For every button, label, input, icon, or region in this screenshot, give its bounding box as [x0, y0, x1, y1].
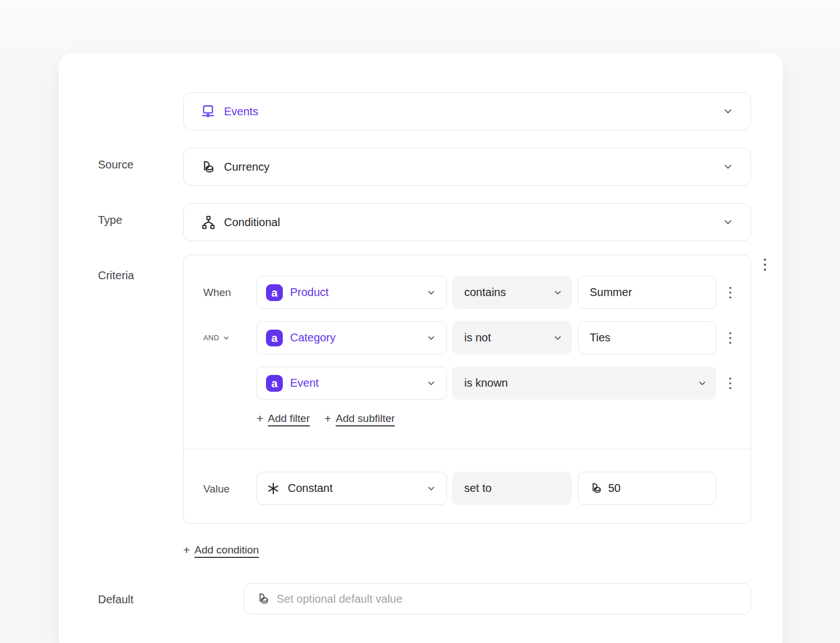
filter-row-menu-button[interactable]	[722, 321, 738, 354]
chevron-down-icon	[722, 161, 734, 172]
property-select-category[interactable]: a Category	[256, 321, 447, 354]
default-value-input[interactable]	[270, 584, 739, 614]
value-amount-input[interactable]	[603, 472, 708, 504]
criteria-select[interactable]: Conditional	[183, 203, 751, 241]
value-label: Value	[203, 483, 230, 495]
events-node-icon	[200, 104, 216, 119]
criteria-value: Conditional	[224, 216, 280, 229]
filter-row-menu-button[interactable]	[722, 367, 738, 400]
chevron-down-icon	[222, 334, 230, 342]
type-label: Type	[98, 214, 122, 226]
add-subfilter-button[interactable]: + Add subfilter	[324, 412, 395, 425]
add-condition-button[interactable]: + Add condition	[183, 543, 259, 557]
source-label: Source	[98, 159, 133, 170]
filter-links-row: + Add filter + Add subfilter	[256, 412, 395, 425]
config-card: Source Events Type	[59, 53, 783, 643]
operator-value: is known	[464, 377, 508, 389]
chevron-down-icon	[697, 378, 707, 388]
value-operator-field: set to	[452, 472, 572, 505]
attribute-badge-icon: a	[266, 375, 283, 392]
property-select-event[interactable]: a Event	[256, 367, 447, 400]
filter-row: When a Product contains	[184, 276, 750, 309]
type-value: Currency	[224, 161, 269, 173]
chevron-down-icon	[426, 484, 436, 494]
conditional-branch-icon	[200, 215, 216, 230]
type-select[interactable]: Currency	[183, 148, 751, 186]
operator-select-contains[interactable]: contains	[452, 276, 572, 309]
property-value: Category	[290, 331, 335, 344]
currency-coins-icon	[256, 592, 270, 606]
add-filter-button[interactable]: + Add filter	[256, 412, 310, 425]
operator-select-is-not[interactable]: is not	[452, 321, 572, 354]
kebab-menu-icon	[726, 377, 735, 390]
filter-value-input[interactable]	[582, 322, 707, 354]
chevron-down-icon	[722, 106, 734, 117]
value-operator: set to	[464, 482, 492, 495]
chevron-down-icon	[722, 217, 734, 228]
plus-icon: +	[324, 412, 331, 425]
divider	[184, 449, 750, 449]
constant-asterisk-icon	[266, 481, 281, 496]
property-select-product[interactable]: a Product	[256, 276, 447, 309]
criteria-label: Criteria	[98, 270, 134, 281]
value-amount-field	[578, 472, 716, 505]
operator-value: is not	[464, 331, 491, 344]
value-type-value: Constant	[288, 482, 333, 495]
kebab-menu-icon	[760, 257, 770, 272]
attribute-badge-icon: a	[266, 330, 283, 346]
chevron-down-icon	[426, 288, 436, 298]
source-value: Events	[224, 105, 258, 118]
when-label: When	[203, 287, 231, 299]
chevron-down-icon	[426, 378, 436, 388]
plus-icon: +	[183, 543, 190, 557]
operator-value: contains	[464, 286, 506, 299]
value-row: Value Constant set to	[184, 472, 750, 505]
property-value: Event	[290, 377, 319, 389]
kebab-menu-icon	[726, 331, 735, 345]
property-value: Product	[290, 286, 329, 299]
filter-row-menu-button[interactable]	[722, 276, 738, 309]
operator-select-is-known[interactable]: is known	[452, 367, 716, 400]
filter-value-field	[578, 276, 716, 309]
filter-row: a Event is known	[184, 367, 750, 400]
filter-value-field	[578, 321, 716, 354]
chevron-down-icon	[426, 333, 436, 343]
currency-coins-icon	[590, 482, 603, 495]
condition-block: When a Product contains	[183, 255, 751, 524]
page-background: Source Events Type	[0, 0, 840, 643]
chevron-down-icon	[553, 288, 563, 298]
source-select[interactable]: Events	[183, 92, 751, 130]
and-label: AND	[203, 334, 220, 342]
currency-coins-icon	[200, 159, 216, 175]
filter-value-input[interactable]	[582, 276, 707, 308]
kebab-menu-icon	[726, 286, 735, 299]
plus-icon: +	[256, 412, 263, 425]
value-type-select[interactable]: Constant	[256, 472, 447, 505]
attribute-badge-icon: a	[266, 284, 283, 301]
default-label: Default	[98, 593, 133, 606]
default-value-field	[244, 583, 751, 614]
filter-row: AND a Category is not	[184, 321, 750, 354]
and-or-toggle[interactable]: AND	[203, 334, 230, 342]
condition-block-menu-button[interactable]	[758, 254, 772, 276]
chevron-down-icon	[553, 333, 563, 343]
